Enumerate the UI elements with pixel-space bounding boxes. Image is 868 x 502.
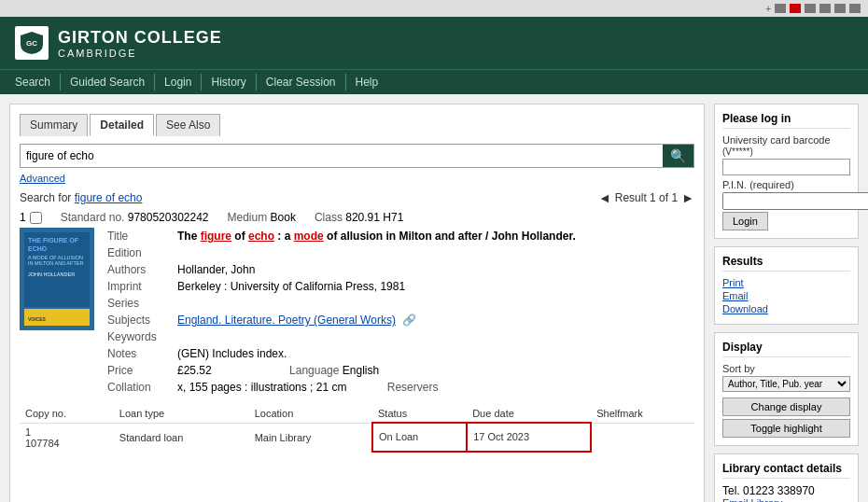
class: Class 820.91 H71 — [315, 211, 403, 224]
pin-input[interactable] — [722, 192, 868, 210]
search-term[interactable]: figure of echo — [75, 191, 143, 204]
search-button[interactable]: 🔍 — [663, 145, 693, 167]
result-info-bar: Search for figure of echo ◄ Result 1 of … — [20, 190, 694, 205]
copy-table-header-row: Copy no. Loan type Location Status Due d… — [20, 405, 694, 423]
email-library-link[interactable]: Email Library — [722, 497, 850, 502]
result-nav: ◄ Result 1 of 1 ► — [598, 190, 694, 205]
series-row: Series — [104, 295, 694, 312]
content-area: Summary Detailed See Also 🔍 Advanced Sea… — [9, 104, 705, 502]
pin-label: P.I.N. (required) — [722, 179, 850, 190]
col-loan-type: Loan type — [114, 405, 249, 423]
browser-bar: + — [0, 0, 868, 17]
contact-tel: Tel. 01223 338970 — [722, 484, 850, 497]
loan-type-value: Standard loan — [114, 423, 249, 452]
contact-panel-title: Library contact details — [722, 462, 850, 479]
book-title: The figure of echo : a mode of allusion … — [174, 228, 694, 244]
header: GC GIRTON COLLEGE CAMBRIDGE — [0, 17, 868, 69]
book-cover: THE FIGURE OF ECHO A MODE OF ALLUSION IN… — [20, 228, 94, 330]
col-status: Status — [372, 405, 467, 423]
subjects-row: Subjects England. Literature. Poetry (Ge… — [104, 312, 694, 328]
col-due-date: Due date — [467, 405, 591, 423]
imprint-row: Imprint Berkeley : University of Califor… — [104, 278, 694, 295]
record-meta-bar: 1 Standard no. 9780520302242 Medium Book… — [20, 211, 694, 224]
collation-reservers-row: Collation x, 155 pages : illustrations ;… — [104, 379, 694, 396]
col-copy-no: Copy no. — [20, 405, 114, 423]
advanced-link[interactable]: Advanced — [20, 173, 65, 184]
status-cell: On Loan — [372, 423, 467, 452]
email-link[interactable]: Email — [722, 290, 850, 301]
win-btn-3[interactable] — [819, 4, 831, 13]
shelfmark-value — [591, 423, 694, 452]
nav-clear-session[interactable]: Clear Session — [257, 74, 346, 91]
authors-row: Authors Hollander, John — [104, 261, 694, 278]
location-value: Main Library — [249, 423, 372, 452]
barcode-input[interactable] — [722, 159, 850, 175]
record-checkbox[interactable] — [30, 212, 42, 224]
nav-help[interactable]: Help — [346, 74, 388, 91]
win-btn-4[interactable] — [834, 4, 846, 13]
search-bar: 🔍 — [20, 144, 694, 168]
nav-login[interactable]: Login — [155, 74, 202, 91]
login-button[interactable]: Login — [722, 212, 768, 230]
col-location: Location — [249, 405, 372, 423]
college-name: GIRTON COLLEGE — [58, 28, 222, 48]
book-details: THE FIGURE OF ECHO A MODE OF ALLUSION IN… — [20, 228, 694, 396]
display-panel: Display Sort by Author, Title, Pub. year… — [714, 332, 859, 446]
search-input[interactable] — [21, 146, 663, 166]
result-count: Result 1 of 1 — [615, 191, 678, 204]
results-panel-title: Results — [722, 255, 850, 272]
record-number: 1 — [20, 211, 26, 224]
download-link[interactable]: Download — [722, 303, 850, 314]
notes-row: Notes (GEN) Includes index. — [104, 345, 694, 362]
display-panel-title: Display — [722, 341, 850, 357]
copy-no-value: 1 107784 — [20, 423, 114, 452]
search-for-text: Search for figure of echo — [20, 191, 142, 204]
checkbox-row: 1 — [20, 211, 42, 224]
copy-table: Copy no. Loan type Location Status Due d… — [20, 405, 694, 453]
tab-detailed[interactable]: Detailed — [90, 114, 154, 136]
due-date-value: 17 Oct 2023 — [473, 431, 529, 442]
price-language-row: Price £25.52 Language English — [104, 362, 694, 379]
standard-no: Standard no. 9780520302242 — [61, 211, 209, 224]
nav-search[interactable]: Search — [15, 74, 61, 91]
edition-row: Edition — [104, 244, 694, 261]
shield-icon: GC — [15, 26, 49, 60]
win-btn-2[interactable] — [805, 4, 816, 13]
keywords-row: Keywords — [104, 328, 694, 345]
barcode-label: University card barcode (V*****) — [722, 134, 850, 157]
win-btn-max[interactable] — [775, 4, 786, 13]
win-btn-min[interactable]: + — [765, 4, 771, 14]
results-panel: Results Print Email Download — [714, 246, 859, 325]
tab-see-also[interactable]: See Also — [156, 114, 220, 136]
subjects-icon: 🔗 — [402, 314, 416, 327]
status-value: On Loan — [379, 431, 418, 442]
login-panel: Please log in University card barcode (V… — [714, 104, 859, 239]
sidebar: Please log in University card barcode (V… — [714, 104, 859, 502]
due-date-cell: 17 Oct 2023 — [467, 423, 591, 452]
print-link[interactable]: Print — [722, 277, 850, 288]
logo: GC GIRTON COLLEGE CAMBRIDGE — [15, 26, 222, 60]
next-result-button[interactable]: ► — [681, 190, 694, 205]
contact-panel: Library contact details Tel. 01223 33897… — [714, 453, 859, 502]
nav-history[interactable]: History — [202, 74, 256, 91]
navbar: Search Guided Search Login History Clear… — [0, 69, 868, 94]
win-btn-red[interactable] — [790, 4, 801, 13]
title-row: Title The figure of echo : a mode of all… — [104, 228, 694, 244]
change-display-button[interactable]: Change display — [722, 397, 850, 416]
login-panel-title: Please log in — [722, 112, 850, 129]
subjects-link[interactable]: England. Literature. Poetry (General Wor… — [177, 314, 396, 327]
tab-summary[interactable]: Summary — [20, 114, 88, 136]
toggle-highlight-button[interactable]: Toggle highlight — [722, 419, 850, 438]
college-sub: CAMBRIDGE — [58, 48, 222, 59]
tab-bar: Summary Detailed See Also — [20, 114, 694, 136]
copy-row: 1 107784 Standard loan Main Library On L… — [20, 423, 694, 452]
main-container: Summary Detailed See Also 🔍 Advanced Sea… — [0, 94, 868, 502]
header-title: GIRTON COLLEGE CAMBRIDGE — [58, 28, 222, 59]
win-btn-5[interactable] — [849, 4, 861, 13]
svg-text:GC: GC — [26, 39, 37, 48]
sort-select[interactable]: Author, Title, Pub. year — [722, 376, 850, 392]
sort-label: Sort by — [722, 363, 850, 374]
prev-result-button[interactable]: ◄ — [598, 190, 611, 205]
book-info: Title The figure of echo : a mode of all… — [104, 228, 694, 396]
nav-guided-search[interactable]: Guided Search — [61, 74, 155, 91]
